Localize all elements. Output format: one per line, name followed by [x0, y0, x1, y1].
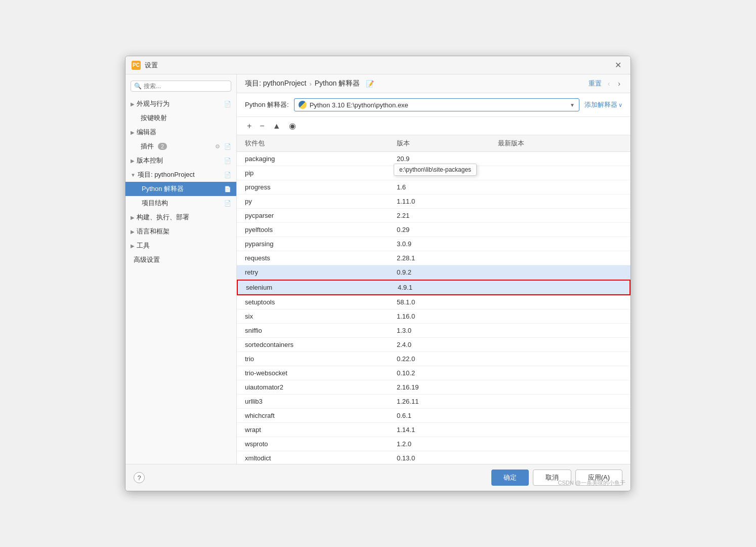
search-input[interactable]: [144, 83, 228, 90]
sidebar-item-python-interpreter[interactable]: Python 解释器 📄: [125, 182, 236, 196]
table-row[interactable]: sortedcontainers 2.4.0: [237, 338, 631, 352]
table-row[interactable]: urllib3 1.26.11: [237, 395, 631, 409]
dropdown-arrow-icon: ▼: [570, 102, 575, 108]
pkg-version: 58.1.0: [397, 296, 498, 308]
table-row[interactable]: progress 1.6: [237, 180, 631, 194]
table-row[interactable]: sniffio 1.3.0: [237, 324, 631, 338]
close-button[interactable]: ✕: [612, 59, 624, 71]
pkg-latest: [498, 153, 622, 165]
sidebar-item-project[interactable]: ▼ 项目: pythonProject 📄: [125, 168, 236, 182]
icon-proj: 📄: [224, 172, 231, 178]
sidebar-item-language[interactable]: ▶ 语言和框架: [125, 224, 236, 239]
eye-button[interactable]: ◉: [287, 120, 298, 132]
sidebar-item-appearance[interactable]: ▶ 外观与行为 📄: [125, 97, 236, 111]
pkg-latest: [498, 196, 622, 207]
sidebar-item-plugins[interactable]: 插件 2 ⚙ 📄: [125, 139, 236, 153]
interpreter-label: Python 解释器:: [245, 100, 289, 109]
table-row[interactable]: requests 2.28.1: [237, 251, 631, 265]
arrow-icon: ▶: [131, 158, 135, 164]
col-version: 版本: [397, 137, 498, 149]
interpreter-select[interactable]: Python 3.10 E:\python\python.exe ▼: [294, 98, 579, 111]
pkg-name: pycparser: [245, 210, 397, 221]
sidebar-item-editor[interactable]: ▶ 编辑器: [125, 125, 236, 139]
pkg-version: 2.28.1: [397, 252, 498, 264]
sidebar-label: 工具: [137, 241, 150, 250]
nav-back-button[interactable]: ‹: [606, 79, 612, 89]
packages-toolbar: + − ▲ ◉: [237, 117, 631, 135]
pkg-latest: [498, 210, 622, 221]
pkg-version: 2.4.0: [397, 339, 498, 350]
pkg-latest: [498, 381, 622, 393]
pkg-latest: [498, 452, 622, 464]
up-button[interactable]: ▲: [271, 121, 283, 132]
table-row[interactable]: uiautomator2 2.16.19: [237, 380, 631, 395]
pkg-version: 1.14.1: [397, 424, 498, 436]
pkg-version: 0.22.0: [397, 353, 498, 365]
table-row[interactable]: xmltodict 0.13.0: [237, 451, 631, 464]
table-row[interactable]: retry 0.9.2: [237, 265, 631, 280]
help-button[interactable]: ?: [134, 472, 145, 483]
breadcrumb-sep: ›: [309, 80, 311, 88]
pkg-latest: [498, 224, 622, 236]
pkg-name: selenium: [246, 282, 398, 293]
table-row[interactable]: whichcraft 0.6.1: [237, 409, 631, 423]
table-row[interactable]: six 1.16.0: [237, 309, 631, 324]
ok-button[interactable]: 确定: [491, 470, 529, 486]
watermark: CSDN @一条美味的小鱼干: [558, 479, 625, 487]
pkg-name: urllib3: [245, 396, 397, 407]
sidebar-item-keymap[interactable]: 按键映射: [125, 111, 236, 125]
icon-interp: 📄: [224, 186, 231, 192]
pkg-latest: [498, 339, 622, 350]
remove-package-button[interactable]: −: [258, 121, 266, 132]
table-row[interactable]: pyparsing 3.0.9: [237, 237, 631, 251]
pkg-name: trio-websocket: [245, 367, 397, 379]
table-row[interactable]: trio 0.22.0: [237, 352, 631, 366]
sidebar-item-vcs[interactable]: ▶ 版本控制 📄: [125, 153, 236, 168]
sidebar-item-project-structure[interactable]: 项目结构 📄: [125, 196, 236, 210]
sidebar-item-tools[interactable]: ▶ 工具: [125, 239, 236, 253]
main-layout: 🔍 ▶ 外观与行为 📄 按键映射 ▶ 编辑器 插件 2 ⚙ 📄: [125, 74, 631, 464]
pkg-name: wrapt: [245, 424, 397, 436]
pkg-latest: [498, 367, 622, 379]
table-body: packaging 20.9 pip 22. progress 1.6 py 1…: [237, 152, 631, 464]
pkg-latest: [498, 296, 622, 308]
table-row[interactable]: py 1.11.0: [237, 194, 631, 209]
sidebar-label: 插件: [141, 142, 154, 151]
table-row[interactable]: selenium 4.9.1: [237, 280, 631, 295]
arrow-icon: ▶: [131, 243, 135, 249]
pkg-name: wsproto: [245, 438, 397, 450]
table-row[interactable]: trio-websocket 0.10.2: [237, 366, 631, 380]
reset-button[interactable]: 重置: [589, 79, 602, 88]
pkg-name: pyelftools: [245, 224, 397, 236]
table-row[interactable]: setuptools 58.1.0: [237, 295, 631, 309]
note-icon: 📝: [366, 80, 374, 88]
pkg-version: 20.9: [397, 153, 498, 165]
sidebar-label: 版本控制: [137, 156, 163, 165]
table-row[interactable]: wrapt 1.14.1: [237, 423, 631, 437]
table-row[interactable]: wsproto 1.2.0: [237, 437, 631, 451]
table-row[interactable]: pyelftools 0.29: [237, 223, 631, 237]
pkg-name: sniffio: [245, 325, 397, 336]
nav-forward-button[interactable]: ›: [616, 79, 622, 89]
sidebar-label: 按键映射: [141, 113, 167, 123]
add-interpreter-button[interactable]: 添加解释器 ∨: [584, 100, 622, 109]
sidebar-item-build[interactable]: ▶ 构建、执行、部署: [125, 210, 236, 224]
pkg-latest: [498, 438, 622, 450]
pkg-name: py: [245, 196, 397, 207]
pkg-latest: [498, 238, 622, 250]
pkg-name: progress: [245, 181, 397, 193]
sidebar-item-advanced[interactable]: 高级设置: [125, 253, 236, 267]
pkg-name: retry: [245, 266, 397, 278]
packages-area: 软件包 版本 最新版本 packaging 20.9 pip 22. progr…: [237, 135, 631, 464]
arrow-icon: ▶: [131, 130, 135, 135]
arrow-icon: ▶: [131, 101, 135, 107]
arrow-icon: ▶: [131, 229, 135, 235]
pkg-latest: [498, 181, 622, 193]
table-row[interactable]: pycparser 2.21: [237, 209, 631, 223]
pkg-version: 2.21: [397, 210, 498, 221]
pkg-name: xmltodict: [245, 452, 397, 464]
icon-doc: 📄: [224, 101, 231, 107]
footer-left: ?: [134, 472, 145, 483]
add-package-button[interactable]: +: [245, 121, 254, 132]
pkg-latest: [498, 353, 622, 365]
